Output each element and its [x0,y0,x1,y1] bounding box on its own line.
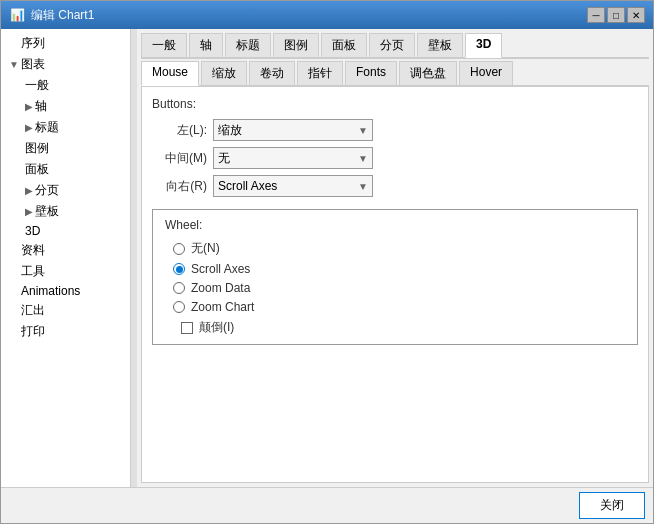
radio-row-none: 无(N) [165,240,625,257]
middle-button-dropdown[interactable]: 无 ▼ [213,147,373,169]
app-icon: 📊 [9,7,25,23]
tab-title[interactable]: 标题 [225,33,271,58]
minimize-button[interactable]: ─ [587,7,605,23]
button-row-right: 向右(R) Scroll Axes ▼ [152,175,638,197]
subtab-scroll[interactable]: 卷动 [249,61,295,86]
radio-none-label: 无(N) [191,240,220,257]
window-title: 编辑 Chart1 [31,7,94,24]
sidebar-item-data[interactable]: 资料 [1,240,130,261]
subtab-fonts[interactable]: Fonts [345,61,397,86]
sidebar-label: 序列 [21,35,45,52]
tab-axis[interactable]: 轴 [189,33,223,58]
arrow-icon: ▼ [9,59,19,70]
sidebar: 序列 ▼ 图表 一般 ▶轴 ▶标题 图例 面板 ▶分页 ▶壁板 3D [1,29,131,487]
radio-scroll-axes-label: Scroll Axes [191,262,250,276]
maximize-button[interactable]: □ [607,7,625,23]
middle-button-label: 中间(M) [152,150,207,167]
checkbox-reverse-label: 颠倒(I) [199,319,234,336]
sidebar-item-animations[interactable]: Animations [1,282,130,300]
radio-none[interactable] [173,243,185,255]
sidebar-label: 打印 [21,323,45,340]
tab-page[interactable]: 分页 [369,33,415,58]
title-bar-left: 📊 编辑 Chart1 [9,7,94,24]
tab-general[interactable]: 一般 [141,33,187,58]
right-button-label: 向右(R) [152,178,207,195]
tab-legend[interactable]: 图例 [273,33,319,58]
dropdown-arrow-icon: ▼ [358,181,368,192]
subtab-mouse[interactable]: Mouse [141,61,199,86]
main-tabs: 一般 轴 标题 图例 面板 分页 壁板 3D [141,33,649,59]
sidebar-label: Animations [21,284,80,298]
sub-tabs: Mouse 缩放 卷动 指针 Fonts 调色盘 Hover [141,61,649,86]
close-button[interactable]: 关闭 [579,492,645,519]
sidebar-label: 资料 [21,242,45,259]
checkbox-reverse[interactable] [181,322,193,334]
sidebar-item-legend[interactable]: 图例 [1,138,130,159]
radio-zoom-data[interactable] [173,282,185,294]
subtab-hover[interactable]: Hover [459,61,513,86]
right-button-value: Scroll Axes [218,179,277,193]
right-button-dropdown[interactable]: Scroll Axes ▼ [213,175,373,197]
sidebar-item-page[interactable]: ▶分页 [1,180,130,201]
sidebar-label: 工具 [21,263,45,280]
radio-row-zoom-chart: Zoom Chart [165,300,625,314]
sidebar-item-wall[interactable]: ▶壁板 [1,201,130,222]
wheel-section: Wheel: 无(N) Scroll Axes Zoom Data [152,209,638,345]
buttons-section-label: Buttons: [152,97,638,111]
left-button-label: 左(L): [152,122,207,139]
sidebar-item-series[interactable]: 序列 [1,33,130,54]
right-panel: 一般 轴 标题 图例 面板 分页 壁板 3D Mouse 缩放 卷动 指针 Fo… [137,29,653,487]
radio-scroll-axes[interactable] [173,263,185,275]
tab-wall[interactable]: 壁板 [417,33,463,58]
sidebar-item-general[interactable]: 一般 [1,75,130,96]
radio-row-zoom-data: Zoom Data [165,281,625,295]
radio-zoom-data-label: Zoom Data [191,281,250,295]
main-content: 序列 ▼ 图表 一般 ▶轴 ▶标题 图例 面板 ▶分页 ▶壁板 3D [1,29,653,487]
subtab-pointer[interactable]: 指针 [297,61,343,86]
left-button-value: 缩放 [218,122,242,139]
left-button-dropdown[interactable]: 缩放 ▼ [213,119,373,141]
middle-button-value: 无 [218,150,230,167]
sidebar-item-axis[interactable]: ▶轴 [1,96,130,117]
dropdown-arrow-icon: ▼ [358,125,368,136]
wheel-label: Wheel: [165,218,625,232]
bottom-bar: 关闭 [1,487,653,523]
subtab-colorpalette[interactable]: 调色盘 [399,61,457,86]
sidebar-item-3d[interactable]: 3D [1,222,130,240]
window-controls: ─ □ ✕ [587,7,645,23]
subtab-zoom[interactable]: 缩放 [201,61,247,86]
sidebar-item-panel[interactable]: 面板 [1,159,130,180]
main-window: 📊 编辑 Chart1 ─ □ ✕ 序列 ▼ 图表 一般 ▶轴 ▶标题 [0,0,654,524]
radio-zoom-chart-label: Zoom Chart [191,300,254,314]
sidebar-item-export[interactable]: 汇出 [1,300,130,321]
radio-zoom-chart[interactable] [173,301,185,313]
sidebar-item-print[interactable]: 打印 [1,321,130,342]
checkbox-row-reverse: 颠倒(I) [165,319,625,336]
window-close-button[interactable]: ✕ [627,7,645,23]
button-row-left: 左(L): 缩放 ▼ [152,119,638,141]
button-row-middle: 中间(M) 无 ▼ [152,147,638,169]
sidebar-label: 图表 [21,56,45,73]
content-area: Buttons: 左(L): 缩放 ▼ 中间(M) 无 ▼ [141,86,649,483]
tab-3d[interactable]: 3D [465,33,502,58]
radio-row-scroll-axes: Scroll Axes [165,262,625,276]
tab-panel[interactable]: 面板 [321,33,367,58]
title-bar: 📊 编辑 Chart1 ─ □ ✕ [1,1,653,29]
sidebar-label: 汇出 [21,302,45,319]
sidebar-item-chart[interactable]: ▼ 图表 [1,54,130,75]
sidebar-item-title[interactable]: ▶标题 [1,117,130,138]
sidebar-item-tools[interactable]: 工具 [1,261,130,282]
dropdown-arrow-icon: ▼ [358,153,368,164]
